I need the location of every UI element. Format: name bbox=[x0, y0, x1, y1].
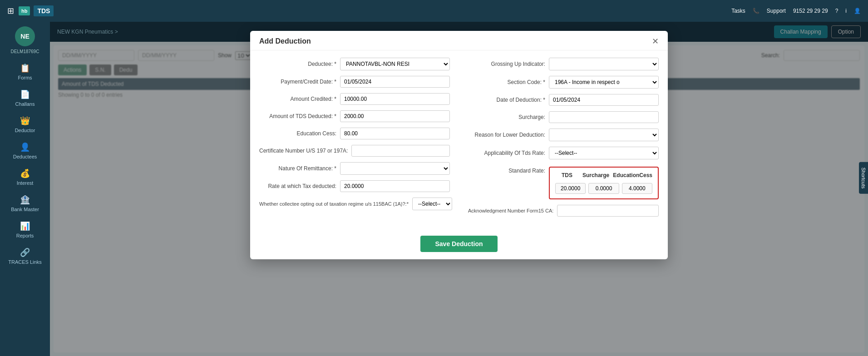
collectee-label: Whether collectee opting out of taxation… bbox=[259, 201, 409, 207]
grossing-up-row: Grossing Up Indicator: bbox=[468, 58, 659, 70]
reason-lower-select[interactable] bbox=[549, 129, 659, 141]
sidebar-item-traces-links[interactable]: 🔗 TRACES Links bbox=[0, 244, 50, 268]
sidebar-deductor-label: Deductor bbox=[15, 128, 35, 133]
amount-credited-row: Amount Credited: * 10000.00 bbox=[259, 93, 450, 105]
standard-rate-row: Standard Rate: TDS Surcharge bbox=[468, 165, 659, 199]
modal-header: Add Deduction ✕ bbox=[250, 31, 668, 50]
challans-icon: 📄 bbox=[20, 89, 30, 99]
grid-icon[interactable]: ⊞ bbox=[7, 6, 14, 16]
logo-hb: hb bbox=[19, 6, 30, 15]
sidebar-item-interest[interactable]: 💰 Interest bbox=[0, 165, 50, 189]
section-code-select[interactable]: 196A - Income in respect o bbox=[549, 76, 659, 89]
cess-col: EducationCess bbox=[613, 172, 652, 180]
surcharge-input[interactable] bbox=[549, 111, 659, 123]
surcharge-col: Surcharge bbox=[582, 172, 609, 180]
surcharge-row: Surcharge: bbox=[468, 111, 659, 123]
tds-header: TDS bbox=[555, 172, 579, 178]
date-deduction-input[interactable]: 01/05/2024 bbox=[549, 94, 659, 106]
rate-tax-row: Rate at which Tax deducted: 20.0000 bbox=[259, 180, 450, 192]
top-bar: ⊞ hb TDS Tasks 📞 Support 9152 29 29 29 ?… bbox=[0, 0, 868, 22]
modal-overlay: Add Deduction ✕ Deductee: * PANNOTAVBL-N… bbox=[50, 22, 868, 356]
acknowledgment-input[interactable] bbox=[557, 205, 659, 217]
top-bar-right: Tasks 📞 Support 9152 29 29 29 ? i 👤 bbox=[731, 8, 861, 14]
logo-tds: TDS bbox=[34, 5, 54, 16]
modal-body: Deductee: * PANNOTAVBL-NON RESI Payment/… bbox=[250, 50, 668, 231]
education-cess-label: Education Cess: bbox=[259, 130, 336, 137]
date-deduction-row: Date of Deduction: * 01/05/2024 bbox=[468, 94, 659, 106]
collectee-select[interactable]: --Select-- bbox=[412, 198, 452, 210]
tds-value: 20.0000 bbox=[555, 183, 586, 194]
rate-tax-input[interactable]: 20.0000 bbox=[340, 180, 450, 192]
applicability-tds-row: Applicability Of Tds Rate: --Select-- bbox=[468, 147, 659, 159]
info-icon[interactable]: i bbox=[845, 8, 847, 14]
education-cess-row: Education Cess: 80.00 bbox=[259, 128, 450, 139]
amount-tds-row: Amount of TDS Deducted: * 2000.00 bbox=[259, 110, 450, 122]
deductee-select[interactable]: PANNOTAVBL-NON RESI bbox=[340, 58, 450, 70]
standard-rate-values: 20.0000 0.0000 4.0000 bbox=[555, 183, 652, 194]
sidebar-item-deductor[interactable]: 👑 Deductor bbox=[0, 112, 50, 137]
cess-header: EducationCess bbox=[613, 172, 652, 178]
avatar: NE bbox=[15, 26, 35, 46]
tasks-link[interactable]: Tasks bbox=[731, 8, 745, 14]
amount-credited-label: Amount Credited: * bbox=[259, 96, 336, 102]
nature-remittance-select[interactable] bbox=[340, 162, 450, 175]
amount-credited-input[interactable]: 10000.00 bbox=[340, 93, 450, 105]
payment-date-row: Payment/Credit Date: * 01/05/2024 bbox=[259, 76, 450, 88]
cert-number-row: Certificate Number U/S 197 or 197A: bbox=[259, 145, 450, 157]
sidebar-item-bank-master[interactable]: 🏦 Bank Master bbox=[0, 191, 50, 216]
shortcuts-tab[interactable]: Shortcuts bbox=[859, 162, 868, 194]
applicability-tds-select[interactable]: --Select-- bbox=[549, 147, 659, 159]
section-code-row: Section Code: * 196A - Income in respect… bbox=[468, 76, 659, 89]
sidebar-forms-label: Forms bbox=[18, 75, 32, 80]
main-content: NEW KGN Pneumatics > Challan Mapping Opt… bbox=[50, 22, 868, 356]
cess-value: 4.0000 bbox=[622, 183, 652, 194]
sidebar-deductees-label: Deductees bbox=[13, 154, 37, 159]
deductee-label: Deductee: * bbox=[259, 61, 336, 67]
cess-value-col: 4.0000 bbox=[622, 183, 652, 194]
sidebar-challans-label: Challans bbox=[15, 101, 35, 107]
tds-value-col: 20.0000 bbox=[555, 183, 586, 194]
surcharge-label: Surcharge: bbox=[468, 114, 545, 120]
sidebar-interest-label: Interest bbox=[17, 180, 34, 186]
sidebar-reports-label: Reports bbox=[16, 233, 34, 238]
surcharge-value: 0.0000 bbox=[588, 183, 619, 194]
payment-date-label: Payment/Credit Date: * bbox=[259, 79, 336, 85]
cert-number-input[interactable] bbox=[351, 145, 450, 157]
interest-icon: 💰 bbox=[20, 168, 30, 178]
grossing-up-select[interactable] bbox=[549, 58, 659, 70]
user-icon[interactable]: 👤 bbox=[854, 8, 861, 14]
sidebar-item-challans[interactable]: 📄 Challans bbox=[0, 86, 50, 110]
sidebar-item-deductees[interactable]: 👤 Deductees bbox=[0, 138, 50, 163]
acknowledgment-row: Acknowledgment Number Form15 CA: bbox=[468, 205, 659, 217]
traces-links-icon: 🔗 bbox=[20, 247, 30, 257]
phone-icon: 📞 bbox=[753, 8, 760, 14]
deductor-icon: 👑 bbox=[20, 116, 30, 126]
education-cess-input[interactable]: 80.00 bbox=[340, 128, 450, 139]
surcharge-value-col: 0.0000 bbox=[588, 183, 619, 194]
form-right-col: Grossing Up Indicator: Section Code: * 1… bbox=[468, 58, 659, 222]
standard-rate-headers: TDS Surcharge EducationCess bbox=[555, 172, 652, 180]
forms-icon: 📋 bbox=[20, 63, 30, 73]
modal-close-button[interactable]: ✕ bbox=[652, 37, 659, 45]
support-phone: 9152 29 29 29 bbox=[793, 8, 828, 14]
form-left-col: Deductee: * PANNOTAVBL-NON RESI Payment/… bbox=[259, 58, 450, 222]
nature-remittance-row: Nature Of Remittance: * bbox=[259, 162, 450, 175]
sidebar-item-reports[interactable]: 📊 Reports bbox=[0, 218, 50, 242]
help-icon[interactable]: ? bbox=[835, 8, 838, 14]
deductees-icon: 👤 bbox=[20, 142, 30, 152]
nature-remittance-label: Nature Of Remittance: * bbox=[259, 165, 336, 172]
modal-footer: Save Deduction bbox=[250, 231, 668, 259]
user-id: DELM18769C bbox=[11, 49, 39, 54]
logo: hb TDS bbox=[19, 5, 54, 16]
save-deduction-button[interactable]: Save Deduction bbox=[420, 236, 497, 252]
tds-col: TDS bbox=[555, 172, 579, 180]
sidebar-bank-master-label: Bank Master bbox=[11, 207, 39, 212]
amount-tds-input[interactable]: 2000.00 bbox=[340, 110, 450, 122]
add-deduction-modal: Add Deduction ✕ Deductee: * PANNOTAVBL-N… bbox=[250, 31, 668, 259]
collectee-row: Whether collectee opting out of taxation… bbox=[259, 198, 450, 210]
surcharge-header: Surcharge bbox=[582, 172, 609, 178]
payment-date-input[interactable]: 01/05/2024 bbox=[340, 76, 450, 88]
sidebar-traces-links-label: TRACES Links bbox=[8, 259, 41, 265]
sidebar-item-forms[interactable]: 📋 Forms bbox=[0, 59, 50, 84]
support-label: Support bbox=[767, 8, 786, 14]
